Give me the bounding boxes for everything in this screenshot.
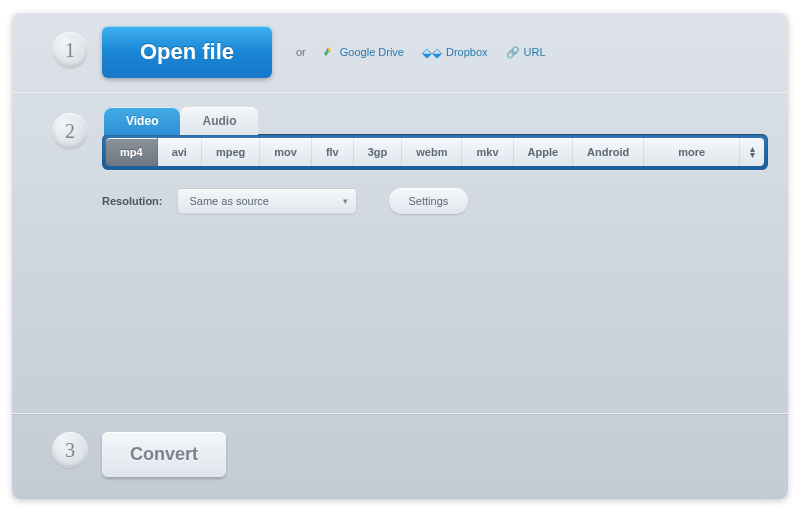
dropbox-icon: ⬙⬙ xyxy=(422,46,442,59)
media-tabs: Video Audio xyxy=(102,107,768,135)
converter-panel: 1 Open file or Google Drive ⬙⬙ Dropbox 🔗… xyxy=(12,12,788,499)
format-webm[interactable]: webm xyxy=(402,138,462,166)
step-badge-2: 2 xyxy=(52,113,88,149)
step-badge-1: 1 xyxy=(52,32,88,68)
google-drive-link[interactable]: Google Drive xyxy=(324,46,404,58)
resolution-value: Same as source xyxy=(190,195,269,207)
google-drive-icon xyxy=(324,46,336,58)
dropbox-link[interactable]: ⬙⬙ Dropbox xyxy=(422,46,488,59)
format-more-stepper[interactable]: ▴ ▾ xyxy=(740,138,764,166)
chevron-down-icon: ▾ xyxy=(750,152,755,158)
format-mp4[interactable]: mp4 xyxy=(106,138,158,166)
format-mpeg[interactable]: mpeg xyxy=(202,138,260,166)
format-mov[interactable]: mov xyxy=(260,138,312,166)
chevron-down-icon: ▾ xyxy=(343,196,348,206)
step-badge-3: 3 xyxy=(52,432,88,468)
resolution-label: Resolution: xyxy=(102,195,163,207)
format-more[interactable]: more xyxy=(644,138,740,166)
convert-button[interactable]: Convert xyxy=(102,432,226,477)
resolution-row: Resolution: Same as source ▾ Settings xyxy=(102,188,768,214)
open-file-button[interactable]: Open file xyxy=(102,26,272,78)
tab-audio[interactable]: Audio xyxy=(180,107,258,135)
format-avi[interactable]: avi xyxy=(158,138,202,166)
step-1: 1 Open file or Google Drive ⬙⬙ Dropbox 🔗… xyxy=(12,12,788,93)
format-bar: mp4 avi mpeg mov flv 3gp webm mkv Apple … xyxy=(102,134,768,170)
format-3gp[interactable]: 3gp xyxy=(354,138,403,166)
url-label: URL xyxy=(524,46,546,58)
google-drive-label: Google Drive xyxy=(340,46,404,58)
step-2: 2 Video Audio mp4 avi mpeg mov flv 3gp w… xyxy=(12,93,788,373)
resolution-select[interactable]: Same as source ▾ xyxy=(177,188,357,214)
dropbox-label: Dropbox xyxy=(446,46,488,58)
format-flv[interactable]: flv xyxy=(312,138,354,166)
step-3: 3 Convert xyxy=(12,413,788,499)
format-android[interactable]: Android xyxy=(573,138,644,166)
url-link[interactable]: 🔗 URL xyxy=(506,46,546,59)
settings-button[interactable]: Settings xyxy=(389,188,469,214)
link-icon: 🔗 xyxy=(506,46,520,59)
format-mkv[interactable]: mkv xyxy=(462,138,513,166)
format-apple[interactable]: Apple xyxy=(514,138,574,166)
or-label: or xyxy=(296,46,306,58)
tab-video[interactable]: Video xyxy=(104,107,180,135)
step-1-row: Open file or Google Drive ⬙⬙ Dropbox 🔗 U… xyxy=(102,26,768,78)
